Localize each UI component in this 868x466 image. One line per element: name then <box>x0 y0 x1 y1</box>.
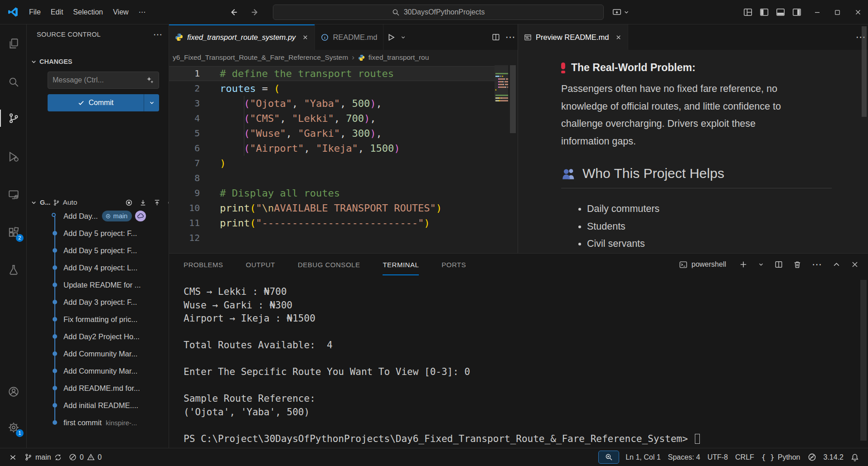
commit-row[interactable]: Add Day...main <box>27 207 169 225</box>
source-control-icon[interactable] <box>0 107 27 129</box>
menu-view[interactable]: View <box>108 0 133 24</box>
split-terminal-button[interactable] <box>775 260 783 269</box>
commit-row[interactable]: Add initial README.... <box>27 397 169 414</box>
cursor-position[interactable]: Ln 1, Col 1 <box>622 448 664 466</box>
toggle-sidebar-icon[interactable] <box>759 7 769 17</box>
menu-selection[interactable]: Selection <box>68 0 108 24</box>
code-editor[interactable]: 123456789101112 # define the transport r… <box>169 65 518 253</box>
changes-section-header[interactable]: CHANGES <box>30 58 73 65</box>
cast-icon[interactable] <box>612 7 622 17</box>
remote-indicator[interactable] <box>5 448 21 466</box>
run-dropdown-icon[interactable] <box>398 24 408 50</box>
panel-tab-terminal[interactable]: TERMINAL <box>383 254 419 275</box>
no-connection-icon[interactable] <box>804 448 820 466</box>
minimap[interactable] <box>495 65 508 253</box>
notifications-bell-icon[interactable] <box>847 448 863 466</box>
maximize-button[interactable] <box>827 0 848 24</box>
run-button[interactable] <box>383 24 398 50</box>
graph-refresh-icon[interactable] <box>167 199 169 207</box>
commit-row[interactable]: Add Community Mar... <box>27 345 169 362</box>
tab-fixed-transport-route-system[interactable]: fixed_transport_route_system.py <box>169 24 315 50</box>
shell-selector[interactable]: powershell <box>679 260 726 269</box>
eol-status[interactable]: CRLF <box>732 448 758 466</box>
search-box[interactable]: 30DaysOfPythonProjects <box>273 5 604 20</box>
panel-tab-problems[interactable]: PROBLEMS <box>184 254 223 275</box>
commit-dropdown-button[interactable] <box>144 94 159 111</box>
encoding-status[interactable]: UTF-8 <box>704 448 732 466</box>
breadcrumb-file[interactable]: fixed_transport_rou <box>369 53 429 62</box>
commit-row[interactable]: Add Day 5 project: F... <box>27 242 169 259</box>
close-tab-icon[interactable] <box>302 34 309 41</box>
back-button[interactable] <box>229 8 238 17</box>
close-panel-icon[interactable] <box>851 260 859 269</box>
tab-preview-readme[interactable]: Preview README.md <box>518 24 628 50</box>
commit-row[interactable]: Add Day 5 project: F... <box>27 225 169 242</box>
toggle-secondary-sidebar-icon[interactable] <box>792 7 802 17</box>
menu-file[interactable]: File <box>24 0 46 24</box>
graph-auto-label[interactable]: Auto <box>63 198 77 207</box>
menu-edit[interactable]: Edit <box>46 0 68 24</box>
editor-scrollbar[interactable] <box>508 65 518 253</box>
maximize-panel-icon[interactable] <box>833 261 840 269</box>
code-line: # Display all routes <box>220 186 442 201</box>
commit-row[interactable]: Add README.md for... <box>27 380 169 397</box>
graph-pull-icon[interactable] <box>153 199 161 207</box>
kill-terminal-icon[interactable] <box>793 260 801 269</box>
new-terminal-button[interactable] <box>739 260 747 269</box>
commit-row[interactable]: Fix formatting of pric... <box>27 311 169 328</box>
branch-status[interactable]: main <box>21 448 65 466</box>
commit-row[interactable]: first commitkinspire-... <box>27 414 169 431</box>
commit-row[interactable]: Update README for ... <box>27 276 169 293</box>
commit-row[interactable]: Add Day 4 project: L... <box>27 259 169 276</box>
zoom-indicator[interactable] <box>598 451 619 464</box>
panel-more-actions[interactable]: ⋯ <box>812 259 822 270</box>
sparkle-ai-icon[interactable] <box>146 76 154 84</box>
python-icon <box>175 33 183 41</box>
editor-more-actions[interactable]: ⋯ <box>503 24 518 50</box>
sidebar-more-actions[interactable]: ⋯ <box>153 32 162 37</box>
breadcrumb-folder[interactable]: y6_Fixed_Transport_Route_&_Fare_Referenc… <box>173 53 348 62</box>
graph-target-icon[interactable] <box>125 199 133 207</box>
search-view-icon[interactable] <box>0 71 27 93</box>
split-editor-button[interactable] <box>489 24 503 50</box>
panel-tab-output[interactable]: OUTPUT <box>246 254 275 275</box>
commit-row[interactable]: Add Day 3 project: F... <box>27 293 169 311</box>
extensions-icon[interactable]: 2 <box>0 221 27 243</box>
customize-layout-icon[interactable] <box>743 7 753 17</box>
graph-section-label[interactable]: G... <box>40 199 50 206</box>
run-debug-icon[interactable] <box>0 146 27 168</box>
branch-badge[interactable]: main <box>102 211 132 221</box>
terminal-dropdown-icon[interactable] <box>758 261 764 268</box>
editor-group-code: fixed_transport_route_system.py README.m… <box>169 24 518 253</box>
terminal-content[interactable]: CMS → Lekki : ₦700Wuse → Garki : ₦300Air… <box>169 275 859 448</box>
commit-dot <box>53 248 57 253</box>
commit-message-input[interactable] <box>48 72 159 89</box>
remote-explorer-icon[interactable] <box>0 184 27 206</box>
minimize-button[interactable] <box>807 0 827 24</box>
cast-chevron-icon[interactable] <box>623 9 630 15</box>
commit-row[interactable]: Add Day2 Project Ho... <box>27 328 169 345</box>
graph-fetch-icon[interactable] <box>139 199 147 207</box>
commit-row[interactable]: Add Community Mar... <box>27 362 169 380</box>
menu-more[interactable]: ⋯ <box>134 0 151 24</box>
settings-gear-icon[interactable]: 1 <box>0 417 27 438</box>
python-version[interactable]: 3.14.2 <box>820 448 847 466</box>
terminal-scrollbar[interactable] <box>860 280 867 441</box>
testing-icon[interactable] <box>0 259 27 281</box>
close-window-button[interactable] <box>848 0 868 24</box>
forward-button[interactable] <box>251 8 260 17</box>
preview-scrollbar[interactable] <box>862 26 867 117</box>
toggle-panel-icon[interactable] <box>776 7 786 17</box>
chevron-down-icon[interactable] <box>30 199 37 206</box>
panel-tab-ports[interactable]: PORTS <box>441 254 466 275</box>
problems-status[interactable]: 0 0 <box>65 448 106 466</box>
language-mode[interactable]: { } Python <box>758 448 804 466</box>
close-tab-icon[interactable] <box>615 34 622 41</box>
panel-tab-debug-console[interactable]: DEBUG CONSOLE <box>298 254 360 275</box>
commit-button[interactable]: Commit <box>48 94 159 111</box>
tab-label: fixed_transport_route_system.py <box>187 33 296 42</box>
account-icon[interactable] <box>0 381 27 403</box>
explorer-icon[interactable] <box>0 33 27 54</box>
indentation-status[interactable]: Spaces: 4 <box>664 448 704 466</box>
tab-readme[interactable]: README.md <box>315 24 383 50</box>
